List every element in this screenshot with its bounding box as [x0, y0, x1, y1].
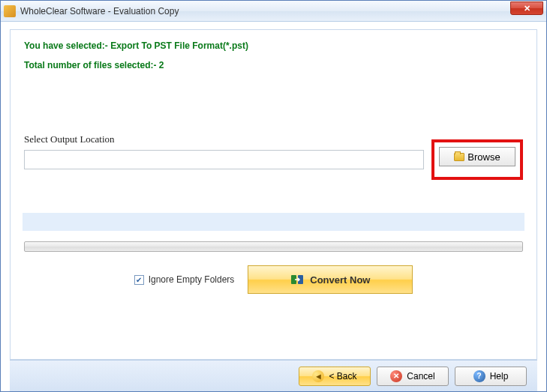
help-label: Help [490, 371, 509, 382]
window-title: WholeClear Software - Evaluation Copy [20, 6, 179, 16]
output-row: Browse [24, 150, 523, 169]
convert-now-button[interactable]: Convert Now [248, 265, 413, 294]
action-row: ✔ Ignore Empty Folders Convert Now [24, 265, 523, 294]
checkbox-icon: ✔ [134, 275, 144, 285]
back-icon: ◄ [312, 370, 324, 382]
browse-button[interactable]: Browse [439, 147, 515, 166]
app-window: WholeClear Software - Evaluation Copy ✕ … [0, 0, 547, 392]
progress-bar [24, 241, 523, 252]
folder-icon [454, 153, 464, 161]
close-button[interactable]: ✕ [510, 1, 543, 15]
app-icon [4, 5, 16, 17]
cancel-label: Cancel [407, 371, 434, 382]
back-label: < Back [329, 371, 356, 382]
cancel-icon: ✕ [390, 370, 402, 382]
content-area: You have selected:- Export To PST File F… [1, 22, 546, 391]
help-icon: ? [473, 370, 485, 382]
titlebar: WholeClear Software - Evaluation Copy ✕ [1, 1, 546, 22]
convert-icon [290, 273, 304, 286]
ignore-empty-checkbox-wrap[interactable]: ✔ Ignore Empty Folders [134, 274, 235, 285]
back-button[interactable]: ◄ < Back [299, 367, 371, 386]
browse-label: Browse [467, 151, 500, 163]
help-button[interactable]: ? Help [455, 367, 527, 386]
main-panel: You have selected:- Export To PST File F… [10, 29, 537, 360]
convert-label: Convert Now [310, 274, 370, 286]
file-count-text: Total number of files selected:- 2 [24, 60, 523, 70]
selected-format-text: You have selected:- Export To PST File F… [24, 40, 523, 51]
footer-bar: ◄ < Back ✕ Cancel ? Help [10, 360, 537, 391]
cancel-button[interactable]: ✕ Cancel [377, 367, 449, 386]
ignore-empty-label: Ignore Empty Folders [149, 274, 235, 285]
close-icon: ✕ [524, 4, 530, 13]
output-path-input[interactable] [24, 150, 424, 169]
status-band [23, 213, 524, 231]
